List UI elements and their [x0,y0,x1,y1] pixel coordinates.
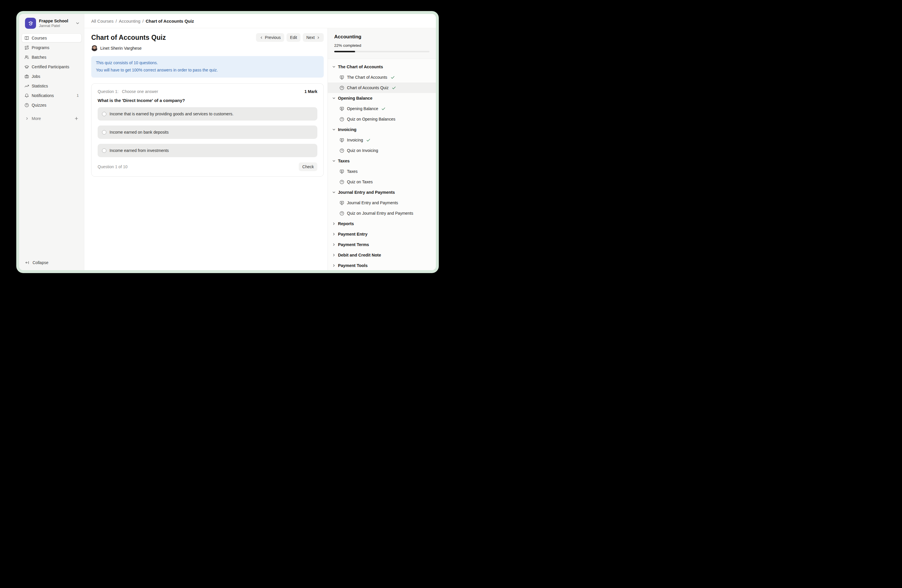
edit-button[interactable]: Edit [287,33,301,42]
question-marks: 1 Mark [305,89,317,94]
notifications-count-badge: 1 [77,93,79,98]
chevron-right-icon [332,263,336,267]
sidebar-more[interactable]: More [19,114,84,123]
previous-button[interactable]: Previous [256,33,284,42]
graduation-cap-logo-icon [28,20,34,27]
app-window-frame: Frappe School Jannat Patel Courses Progr [16,11,439,273]
chevron-right-icon [332,232,336,236]
sidebar-item-programs[interactable]: Programs [22,43,81,52]
sidebar-item-certified-participants[interactable]: Certified Participants [22,62,81,71]
answer-option-2[interactable]: Income earned on bank deposits [98,125,317,139]
chevron-down-icon [332,159,336,163]
chevron-right-icon [25,116,29,120]
outline-section-invoicing[interactable]: Invoicing [328,124,436,135]
sidebar-item-jobs[interactable]: Jobs [22,72,81,81]
help-circle-icon [24,103,29,108]
workspace-user: Jannat Patel [39,23,72,28]
breadcrumb-accounting[interactable]: Accounting [119,19,140,23]
plus-icon[interactable] [74,116,79,121]
answer-option-label: Income earned from investments [110,148,169,153]
workspace-title: Frappe School [39,18,72,23]
workspace-switcher[interactable]: Frappe School Jannat Patel [19,14,84,32]
check-answer-button[interactable]: Check [299,163,317,171]
next-button[interactable]: Next [303,33,324,42]
quiz-page-content: Chart of Accounts Quiz Previous Edit Nex… [84,28,327,270]
chevron-down-icon [332,128,336,131]
radio-button[interactable] [102,149,106,153]
outline-section-reports[interactable]: Reports [328,219,436,229]
answer-options: Income that is earned by providing goods… [98,107,317,157]
sidebar-item-label: Notifications [32,93,54,98]
outline-quiz-on-invoicing[interactable]: Quiz on Invoicing [328,145,436,156]
radio-button[interactable] [102,130,106,134]
answer-option-label: Income earned on bank deposits [110,130,169,134]
question-card: Question 1: Choose one answer 1 Mark Wha… [91,83,324,177]
sidebar-item-statistics[interactable]: Statistics [22,81,81,90]
quiz-question-icon [340,211,345,216]
outline-lesson-taxes[interactable]: Taxes [328,166,436,177]
lesson-video-icon [340,75,345,80]
outline-quiz-on-journal-entry-and-payments[interactable]: Quiz on Journal Entry and Payments [328,208,436,219]
course-completed-label: 22% completed [334,43,429,48]
main-area: All Courses / Accounting / Chart of Acco… [84,14,436,270]
sidebar-item-label: Statistics [32,84,48,88]
breadcrumb-bar: All Courses / Accounting / Chart of Acco… [84,14,436,28]
course-outline-panel: Accounting 22% completed The Chart of Ac… [327,28,436,270]
outline-quiz-chart-of-accounts-quiz[interactable]: Chart of Accounts Quiz [328,83,436,93]
answer-option-label: Income that is earned by providing goods… [110,111,233,116]
trending-up-icon [24,84,29,88]
outline-section-taxes[interactable]: Taxes [328,156,436,166]
route-icon [24,45,29,50]
course-outline-header: Accounting 22% completed [328,28,436,59]
outline-section-payment-terms[interactable]: Payment Terms [328,239,436,250]
outline-section-the-chart-of-accounts[interactable]: The Chart of Accounts [328,62,436,72]
outline-section-payment-entry[interactable]: Payment Entry [328,229,436,239]
collapse-sidebar-button[interactable]: Collapse [19,260,84,270]
answer-option-1[interactable]: Income that is earned by providing goods… [98,107,317,120]
outline-section-payment-tools[interactable]: Payment Tools [328,260,436,270]
outline-section-opening-balance[interactable]: Opening Balance [328,93,436,103]
sidebar-item-quizzes[interactable]: Quizzes [22,100,81,109]
chevron-right-icon [332,222,336,226]
graduation-cap-icon [24,64,29,69]
course-title: Accounting [334,34,429,40]
sidebar-item-batches[interactable]: Batches [22,53,81,62]
completed-check-icon [381,106,385,111]
sidebar-item-notifications[interactable]: Notifications 1 [22,91,81,100]
sidebar-item-courses[interactable]: Courses [22,33,81,42]
sidebar-nav: Courses Programs Batches Certified Parti… [19,32,84,109]
briefcase-icon [24,74,29,79]
chevron-down-icon[interactable] [75,21,80,25]
author-name: Linet Sherin Varghese [100,46,141,50]
book-open-icon [24,36,29,41]
sidebar-item-label: Jobs [32,74,41,79]
outline-quiz-on-opening-balances[interactable]: Quiz on Opening Balances [328,114,436,124]
course-progress-fill [334,51,355,52]
outline-quiz-on-taxes[interactable]: Quiz on Taxes [328,177,436,187]
quiz-instructions-banner: This quiz consists of 10 questions. You … [91,56,324,78]
left-sidebar: Frappe School Jannat Patel Courses Progr [19,14,84,270]
radio-button[interactable] [102,112,106,116]
lesson-nav-buttons: Previous Edit Next [256,33,324,42]
answer-option-3[interactable]: Income earned from investments [98,144,317,157]
sidebar-item-label: Courses [32,36,47,41]
sidebar-item-label: Programs [32,45,49,50]
instructions-line-1: This quiz consists of 10 questions. [96,59,319,67]
breadcrumb-all-courses[interactable]: All Courses [91,19,114,23]
more-label: More [32,116,41,121]
outline-lesson-opening-balance[interactable]: Opening Balance [328,103,436,114]
collapse-label: Collapse [33,260,48,265]
instructions-line-2: You will have to get 100% correct answer… [96,67,319,74]
sidebar-item-label: Batches [32,55,47,59]
breadcrumb-separator: / [143,19,144,23]
frappe-school-app: Frappe School Jannat Patel Courses Progr [19,14,436,270]
question-number-label: Question 1: [98,89,119,94]
outline-lesson-journal-entry-and-payments[interactable]: Journal Entry and Payments [328,197,436,208]
chevron-right-icon [316,36,320,39]
breadcrumb-separator: / [116,19,117,23]
outline-lesson-the-chart-of-accounts[interactable]: The Chart of Accounts [328,72,436,83]
outline-section-debit-and-credit-note[interactable]: Debit and Credit Note [328,250,436,260]
outline-section-journal-entry-and-payments[interactable]: Journal Entry and Payments [328,187,436,197]
course-outline-list: The Chart of Accounts The Chart of Accou… [328,59,436,270]
outline-lesson-invoicing[interactable]: Invoicing [328,135,436,145]
